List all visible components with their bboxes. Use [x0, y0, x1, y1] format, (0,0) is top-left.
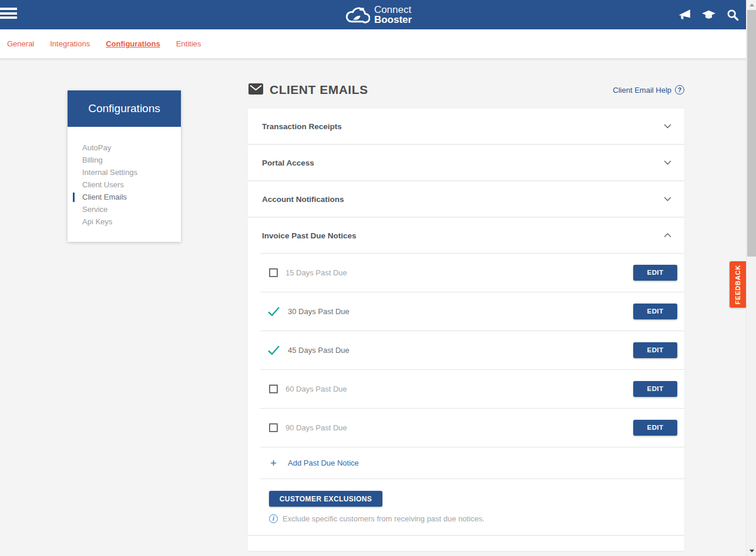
sidebar-item-label: Client Users	[75, 180, 124, 189]
sidebar-item-label: Client Emails	[75, 193, 127, 201]
search-icon[interactable]	[726, 8, 740, 22]
past-due-row-30: 30 Days Past Due EDIT	[248, 292, 684, 331]
checkmark-icon[interactable]	[267, 306, 280, 316]
past-due-row-60: 60 Days Past Due EDIT	[248, 369, 684, 408]
checkbox-60-days[interactable]	[269, 385, 278, 393]
next-section-partial	[248, 536, 684, 551]
logo-line2: Booster	[374, 15, 412, 25]
secondary-nav: General Integrations Configurations Enti…	[0, 29, 756, 59]
question-circle-icon: ?	[675, 85, 684, 95]
sidebar-item-internal-settings[interactable]: Internal Settings	[68, 166, 181, 178]
nav-tab-general[interactable]: General	[7, 39, 34, 48]
triangle-down-icon	[750, 550, 754, 552]
section-label: Account Notifications	[262, 195, 344, 204]
section-label: Invoice Past Due Notices	[262, 231, 357, 240]
plus-icon: +	[270, 457, 277, 469]
section-invoice-past-due-notices: Invoice Past Due Notices 15 Days Past Du…	[248, 218, 684, 535]
feedback-tab[interactable]: FEEDBACK	[730, 261, 746, 308]
nav-tab-entities[interactable]: Entities	[176, 39, 201, 48]
sidebar-item-label: Api Keys	[75, 217, 112, 226]
megaphone-icon[interactable]	[677, 8, 691, 22]
triangle-up-icon	[750, 4, 754, 6]
row-label: 30 Days Past Due	[288, 307, 350, 316]
checkbox-90-days[interactable]	[269, 423, 278, 432]
vertical-scrollbar[interactable]	[746, 0, 756, 556]
page-title-row: CLIENT EMAILS Client Email Help ?	[248, 79, 684, 100]
exclusions-note: i Exclude specific customers from receiv…	[269, 514, 684, 523]
scroll-down-arrow[interactable]	[747, 546, 756, 556]
section-header-portal-access[interactable]: Portal Access	[248, 145, 684, 180]
top-header: Connect Booster	[0, 0, 756, 29]
scroll-up-arrow[interactable]	[747, 0, 756, 10]
graduation-cap-icon[interactable]	[701, 8, 716, 22]
checkmark-icon[interactable]	[267, 345, 280, 355]
add-past-due-notice-button[interactable]: + Add Past Due Notice	[248, 447, 684, 479]
row-label: 90 Days Past Due	[285, 423, 347, 432]
sidebar-item-billing[interactable]: Billing	[68, 154, 181, 166]
configurations-sidebar: Configurations AutoPay Billing Internal …	[68, 90, 181, 242]
main-content: CLIENT EMAILS Client Email Help ? Transa…	[248, 79, 684, 551]
cloud-logo-icon	[344, 2, 370, 27]
title-group: CLIENT EMAILS	[248, 83, 368, 97]
sidebar-item-client-emails[interactable]: Client Emails	[68, 191, 181, 203]
sidebar-item-api-keys[interactable]: Api Keys	[68, 215, 181, 228]
info-circle-icon: i	[269, 514, 278, 523]
section-header-transaction-receipts[interactable]: Transaction Receipts	[248, 109, 684, 144]
client-email-help-link[interactable]: Client Email Help ?	[613, 85, 684, 95]
edit-button-15-days[interactable]: EDIT	[633, 265, 677, 281]
nav-tab-integrations[interactable]: Integrations	[50, 39, 90, 48]
exclusions-note-text: Exclude specific customers from receivin…	[283, 514, 485, 523]
customer-exclusions-block: CUSTOMER EXCLUSIONS i Exclude specific c…	[248, 479, 684, 535]
row-label: 60 Days Past Due	[285, 385, 347, 393]
edit-button-45-days[interactable]: EDIT	[633, 342, 677, 358]
section-header-account-notifications[interactable]: Account Notifications	[248, 181, 684, 217]
sidebar-item-service[interactable]: Service	[68, 203, 181, 215]
sidebar-list: AutoPay Billing Internal Settings Client…	[68, 127, 181, 228]
add-label: Add Past Due Notice	[288, 459, 359, 467]
checkbox-15-days[interactable]	[269, 268, 278, 277]
sidebar-item-client-users[interactable]: Client Users	[68, 178, 181, 191]
logo-line1: Connect	[374, 5, 412, 15]
client-emails-accordion: Transaction Receipts Portal Access Accou…	[248, 109, 684, 551]
logo-text: Connect Booster	[374, 5, 412, 25]
customer-exclusions-button[interactable]: CUSTOMER EXCLUSIONS	[269, 491, 382, 507]
chevron-up-icon	[664, 233, 671, 238]
chevron-down-icon	[664, 197, 671, 201]
page-title: CLIENT EMAILS	[270, 83, 368, 97]
app-logo[interactable]: Connect Booster	[0, 0, 756, 29]
chevron-down-icon	[664, 160, 671, 165]
section-label: Portal Access	[262, 159, 314, 167]
sidebar-item-label: Billing	[75, 156, 103, 164]
edit-button-60-days[interactable]: EDIT	[633, 381, 677, 397]
section-label: Transaction Receipts	[262, 122, 342, 131]
chevron-down-icon	[664, 124, 671, 129]
envelope-icon	[248, 83, 263, 97]
sidebar-item-label: Service	[75, 205, 107, 214]
sidebar-item-label: Internal Settings	[75, 168, 137, 177]
section-header-invoice-past-due-notices[interactable]: Invoice Past Due Notices	[248, 218, 684, 253]
sidebar-item-label: AutoPay	[75, 143, 111, 152]
section-account-notifications: Account Notifications	[248, 181, 684, 217]
past-due-row-15: 15 Days Past Due EDIT	[248, 253, 684, 292]
edit-button-30-days[interactable]: EDIT	[633, 304, 677, 319]
nav-tab-configurations[interactable]: Configurations	[106, 39, 160, 48]
edit-button-90-days[interactable]: EDIT	[633, 420, 677, 436]
header-actions	[677, 0, 740, 29]
scrollbar-thumb[interactable]	[747, 10, 756, 257]
feedback-tab-label: FEEDBACK	[734, 265, 741, 305]
row-label: 15 Days Past Due	[285, 268, 347, 277]
sidebar-item-autopay[interactable]: AutoPay	[68, 141, 181, 154]
past-due-row-90: 90 Days Past Due EDIT	[248, 408, 684, 447]
sidebar-title: Configurations	[68, 90, 181, 127]
section-transaction-receipts: Transaction Receipts	[248, 109, 684, 144]
help-link-label: Client Email Help	[613, 86, 671, 95]
past-due-row-45: 45 Days Past Due EDIT	[248, 331, 684, 369]
row-label: 45 Days Past Due	[288, 346, 350, 355]
section-portal-access: Portal Access	[248, 145, 684, 180]
